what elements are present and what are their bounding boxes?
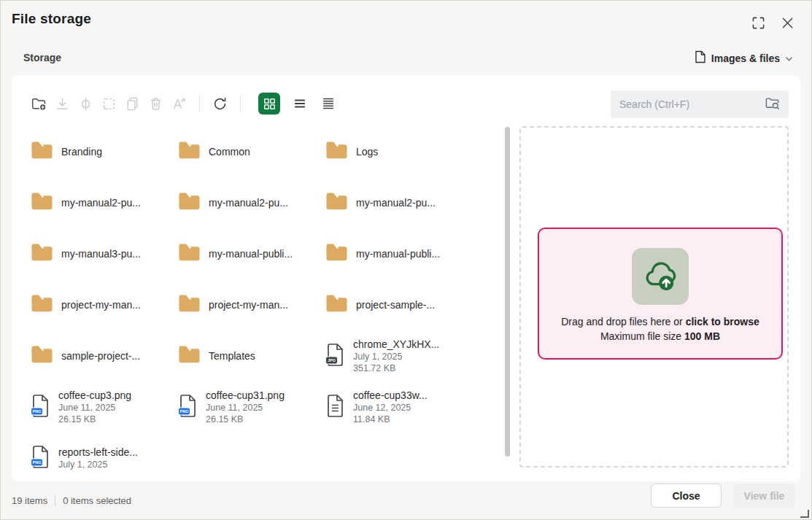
grid-item-folder[interactable]: my-manual-publi... <box>325 243 473 265</box>
folder-icon <box>31 243 53 265</box>
item-name: my-manual2-pu... <box>61 197 141 209</box>
folder-icon <box>178 294 201 316</box>
item-name: sample-project-... <box>61 350 140 362</box>
new-folder-icon[interactable] <box>31 96 47 112</box>
toolbar-divider <box>240 96 241 112</box>
delete-icon <box>147 96 164 112</box>
file-icon: PNG <box>178 394 198 421</box>
item-name: chrome_XYJkHX... <box>353 338 439 350</box>
file-icon: PNG <box>31 445 50 472</box>
document-icon <box>695 50 706 66</box>
item-name: coffee-cup31.png <box>206 389 285 401</box>
svg-text:PNG: PNG <box>32 460 41 465</box>
folder-icon <box>178 141 201 163</box>
item-name: project-sample-... <box>356 299 435 311</box>
grid-item-text: Logs <box>356 146 378 158</box>
item-size: 26.15 KB <box>206 414 285 424</box>
file-grid: BrandingCommonLogsmy-manual2-pu...my-man… <box>31 126 505 481</box>
grid-item-text: chrome_XYJkHX...July 1, 2025351.72 KB <box>353 338 439 373</box>
cloud-upload-icon <box>641 255 680 298</box>
item-name: Templates <box>209 350 255 362</box>
grid-item-folder[interactable]: Logs <box>325 141 473 163</box>
view-details-icon[interactable] <box>320 95 337 112</box>
grid-item-folder[interactable]: my-manual2-pu... <box>31 192 178 214</box>
max-size-text: Maximum file size 100 MB <box>600 329 720 344</box>
rename-icon <box>171 96 187 112</box>
item-name: project-my-man... <box>61 299 141 311</box>
grid-item-file[interactable]: PNGcoffee-cup3.pngJune 11, 202526.15 KB <box>31 389 178 424</box>
folder-icon <box>178 192 201 214</box>
status-divider <box>55 495 55 506</box>
vertical-scrollbar[interactable] <box>505 127 510 457</box>
breadcrumb: Storage <box>23 52 61 63</box>
file-storage-dialog: { "window": { "title": "File storage" },… <box>0 0 812 520</box>
fullscreen-icon <box>751 16 765 33</box>
item-name: coffee-cup33w... <box>353 389 428 401</box>
view-list-icon[interactable] <box>291 95 309 112</box>
page-title: File storage <box>12 11 91 27</box>
view-grid-icon[interactable] <box>258 93 280 115</box>
fullscreen-button[interactable] <box>749 15 767 33</box>
copy-icon <box>101 96 117 112</box>
items-count: 19 items <box>12 495 47 506</box>
toolbar-actions <box>31 90 337 117</box>
grid-item-folder[interactable]: my-manual3-pu... <box>31 243 178 265</box>
close-button[interactable] <box>778 15 796 33</box>
grid-item-text: project-sample-... <box>356 299 435 311</box>
grid-item-file[interactable]: PNGcoffee-cup31.pngJune 11, 202526.15 KB <box>178 389 325 424</box>
grid-item-folder[interactable]: Common <box>178 141 325 163</box>
svg-text:PNG: PNG <box>179 409 188 414</box>
grid-item-folder[interactable]: my-manual2-pu... <box>325 192 473 214</box>
close-icon <box>781 17 794 32</box>
folder-icon <box>178 243 201 265</box>
item-name: Common <box>209 146 250 158</box>
grid-item-folder[interactable]: project-sample-... <box>325 294 473 316</box>
click-to-browse-link[interactable]: click to browse <box>686 316 759 327</box>
item-name: my-manual-publi... <box>209 248 293 260</box>
folder-icon <box>178 345 201 367</box>
grid-item-file[interactable]: PNGreports-left-side...July 1, 2025 <box>31 445 178 472</box>
item-date: July 1, 2025 <box>58 459 138 470</box>
folder-icon <box>325 141 348 163</box>
folder-icon <box>31 192 53 214</box>
grid-item-folder[interactable]: Templates <box>178 345 325 367</box>
folder-icon <box>325 294 348 316</box>
close-dialog-button[interactable]: Close <box>651 484 722 508</box>
download-icon <box>54 96 71 112</box>
resize-handle[interactable] <box>800 510 809 518</box>
grid-item-text: my-manual-publi... <box>356 248 440 260</box>
selected-count: 0 items selected <box>63 495 131 506</box>
search-box <box>611 90 789 118</box>
item-name: coffee-cup3.png <box>58 389 131 401</box>
folder-icon <box>31 141 53 163</box>
grid-item-text: my-manual2-pu... <box>61 197 141 209</box>
search-input[interactable] <box>619 98 765 110</box>
svg-text:PNG: PNG <box>32 409 41 414</box>
grid-item-file[interactable]: JPGchrome_XYJkHX...July 1, 2025351.72 KB <box>325 338 473 373</box>
file-type-filter-dropdown[interactable]: Images & files <box>695 50 793 66</box>
item-size: 26.15 KB <box>58 414 131 424</box>
grid-item-folder[interactable]: my-manual2-pu... <box>178 192 325 214</box>
folder-icon <box>31 345 53 367</box>
grid-item-file[interactable]: coffee-cup33w...June 12, 202511.84 KB <box>325 389 473 424</box>
grid-item-folder[interactable]: Branding <box>31 141 178 163</box>
upload-dropzone[interactable]: Drag and drop files here or click to bro… <box>538 228 783 360</box>
grid-item-text: coffee-cup3.pngJune 11, 202526.15 KB <box>58 389 131 424</box>
folder-search-icon[interactable] <box>765 96 780 114</box>
grid-item-folder[interactable]: project-my-man... <box>31 294 178 316</box>
item-name: Branding <box>61 146 102 158</box>
grid-item-text: Branding <box>61 146 102 158</box>
item-date: July 1, 2025 <box>353 352 439 362</box>
grid-item-folder[interactable]: my-manual-publi... <box>178 243 325 265</box>
grid-item-folder[interactable]: sample-project-... <box>31 345 178 367</box>
grid-item-text: coffee-cup31.pngJune 11, 202526.15 KB <box>206 389 285 424</box>
paste-icon <box>124 96 141 112</box>
item-date: June 11, 2025 <box>58 403 131 413</box>
grid-item-text: Common <box>209 146 250 158</box>
item-name: my-manual3-pu... <box>61 248 141 260</box>
cut-icon <box>77 96 94 112</box>
folder-icon <box>31 294 53 316</box>
grid-item-folder[interactable]: project-my-man... <box>178 294 325 316</box>
grid-item-text: sample-project-... <box>61 350 140 362</box>
refresh-icon[interactable] <box>212 96 228 112</box>
